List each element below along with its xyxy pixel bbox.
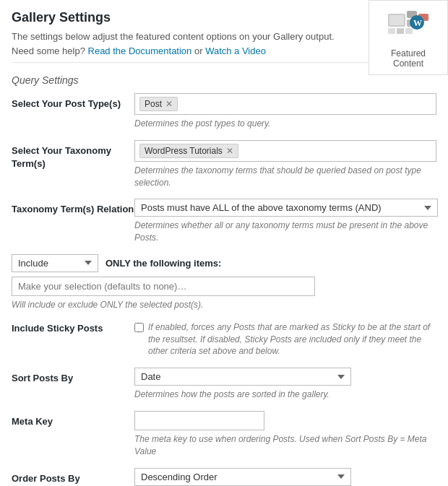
include-helper: Will include or exclude ONLY the selecte… [12, 299, 436, 311]
svg-rect-6 [397, 28, 404, 34]
sort-by-select[interactable]: Date Title Menu Order ID Meta Value Rand… [134, 368, 351, 386]
include-select[interactable]: Include Exclude [12, 254, 98, 272]
taxonomy-term-tag-input[interactable]: WordPress Tutorials ✕ [134, 140, 436, 162]
include-row-top: Include Exclude ONLY the following items… [12, 254, 436, 272]
sticky-posts-control: If enabled, forces any Posts that are ma… [134, 321, 436, 357]
taxonomy-relation-select[interactable]: Posts must have ALL of the above taxonom… [134, 199, 438, 217]
taxonomy-relation-label: Taxonomy Term(s) Relation [12, 199, 134, 216]
meta-key-row: Meta Key The meta key to use when orderi… [12, 411, 436, 458]
post-type-row: Select Your Post Type(s) Post ✕ Determin… [12, 93, 436, 130]
taxonomy-term-label: Select Your Taxonomy Term(s) [12, 140, 134, 170]
help-prefix: Need some help? [12, 45, 88, 56]
featured-content-widget: W Featured Content [369, 0, 448, 75]
taxonomy-relation-helper: Determines whether all or any taxonomy t… [134, 220, 438, 244]
svg-text:W: W [413, 18, 422, 28]
post-type-tag-remove[interactable]: ✕ [165, 99, 173, 109]
meta-key-label: Meta Key [12, 411, 134, 428]
video-link[interactable]: Watch a Video [205, 45, 266, 56]
taxonomy-relation-control: Posts must have ALL of the above taxonom… [134, 199, 438, 244]
taxonomy-term-helper: Determines the taxonomy terms that shoul… [134, 165, 436, 189]
taxonomy-term-control: WordPress Tutorials ✕ Determines the tax… [134, 140, 436, 189]
order-by-row: Order Posts By Descending Order Ascendin… [12, 468, 436, 486]
doc-link[interactable]: Read the Documentation [88, 45, 192, 56]
post-type-label: Select Your Post Type(s) [12, 93, 134, 110]
sticky-posts-label: Include Sticky Posts [12, 321, 134, 334]
taxonomy-relation-row: Taxonomy Term(s) Relation Posts must hav… [12, 199, 436, 244]
sticky-posts-checkbox[interactable] [134, 323, 144, 332]
svg-rect-1 [389, 15, 404, 25]
post-type-tag: Post ✕ [139, 97, 178, 111]
post-type-tag-input[interactable]: Post ✕ [134, 93, 436, 115]
svg-rect-7 [405, 28, 413, 34]
page-wrapper: W Featured Content Gallery Settings The … [0, 0, 448, 486]
query-settings-header: Query Settings [12, 74, 436, 86]
featured-content-icon: W [387, 8, 430, 44]
include-only-label: ONLY the following items: [105, 258, 221, 269]
sort-by-label: Sort Posts By [12, 368, 134, 385]
include-text-input[interactable] [12, 277, 315, 296]
page-description: The settings below adjust the featured c… [12, 30, 351, 58]
taxonomy-term-tag: WordPress Tutorials ✕ [139, 144, 238, 158]
description-text: The settings below adjust the featured c… [12, 31, 335, 42]
svg-rect-5 [388, 28, 395, 34]
post-type-helper: Determines the post types to query. [134, 118, 436, 130]
meta-key-helper: The meta key to use when ordering Posts.… [134, 433, 436, 458]
or-text: or [191, 45, 205, 56]
order-by-select[interactable]: Descending Order Ascending Order [134, 468, 351, 486]
taxonomy-term-row: Select Your Taxonomy Term(s) WordPress T… [12, 140, 436, 189]
sort-by-helper: Determines how the posts are sorted in t… [134, 389, 436, 401]
sticky-posts-row: Include Sticky Posts If enabled, forces … [12, 321, 436, 357]
sort-by-row: Sort Posts By Date Title Menu Order ID M… [12, 368, 436, 401]
post-type-control: Post ✕ Determines the post types to quer… [134, 93, 436, 130]
taxonomy-term-tag-remove[interactable]: ✕ [226, 146, 233, 156]
widget-label: Featured Content [375, 48, 441, 69]
meta-key-control: The meta key to use when ordering Posts.… [134, 411, 436, 458]
include-row: Include Exclude ONLY the following items… [12, 254, 436, 311]
order-by-control: Descending Order Ascending Order Determi… [134, 468, 436, 486]
order-by-label: Order Posts By [12, 468, 134, 485]
meta-key-input[interactable] [134, 411, 264, 430]
sort-by-control: Date Title Menu Order ID Meta Value Rand… [134, 368, 436, 401]
sticky-posts-helper: If enabled, forces any Posts that are ma… [148, 321, 436, 357]
